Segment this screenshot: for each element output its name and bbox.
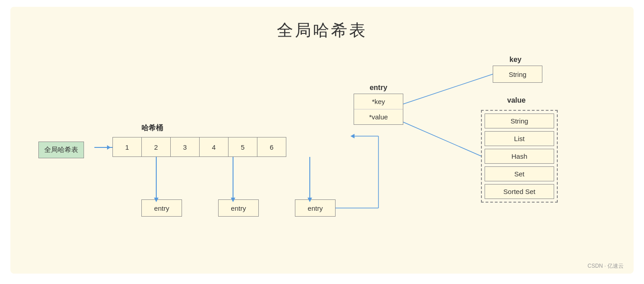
value-dashed-box: String List Hash Set Sorted Set bbox=[481, 110, 558, 203]
svg-line-11 bbox=[403, 122, 481, 156]
entry-value-row: *value bbox=[354, 109, 403, 124]
bucket-5: 5 bbox=[228, 137, 257, 157]
key-string-box: String bbox=[493, 66, 542, 83]
entry-key-row: *key bbox=[354, 94, 403, 109]
global-ht-box: 全局哈希表 bbox=[38, 142, 84, 158]
bucket-label: 哈希桶 bbox=[141, 123, 163, 133]
buckets-row: 1 2 3 4 5 6 bbox=[112, 137, 286, 157]
bucket-4: 4 bbox=[199, 137, 229, 157]
main-diagram: 全局哈希表 全局哈希表 哈希桶 1 2 3 4 5 6 entry entry … bbox=[10, 7, 634, 274]
entry-detail-box: *key *value bbox=[354, 94, 403, 125]
value-label: value bbox=[507, 96, 526, 104]
value-set: Set bbox=[485, 166, 554, 181]
value-list: List bbox=[485, 131, 554, 146]
entry-detail-label: entry bbox=[354, 84, 403, 92]
arrow-to-buckets bbox=[94, 147, 112, 148]
entry-box-2: entry bbox=[218, 199, 259, 217]
bucket-2: 2 bbox=[141, 137, 171, 157]
bucket-1: 1 bbox=[112, 137, 142, 157]
bucket-6: 6 bbox=[257, 137, 286, 157]
svg-marker-9 bbox=[350, 134, 355, 138]
entry-detail: entry *key *value bbox=[354, 84, 403, 125]
bucket-3: 3 bbox=[170, 137, 200, 157]
value-string: String bbox=[485, 114, 554, 128]
key-label: key bbox=[509, 56, 522, 64]
page-title: 全局哈希表 bbox=[10, 7, 634, 42]
entry-box-1: entry bbox=[141, 199, 182, 217]
footer: CSDN · 亿速云 bbox=[588, 262, 624, 270]
entry-box-3: entry bbox=[295, 199, 336, 217]
svg-line-10 bbox=[403, 74, 493, 104]
value-sorted-set: Sorted Set bbox=[485, 184, 554, 199]
value-hash: Hash bbox=[485, 149, 554, 164]
footer-text: CSDN · 亿速云 bbox=[588, 262, 624, 270]
